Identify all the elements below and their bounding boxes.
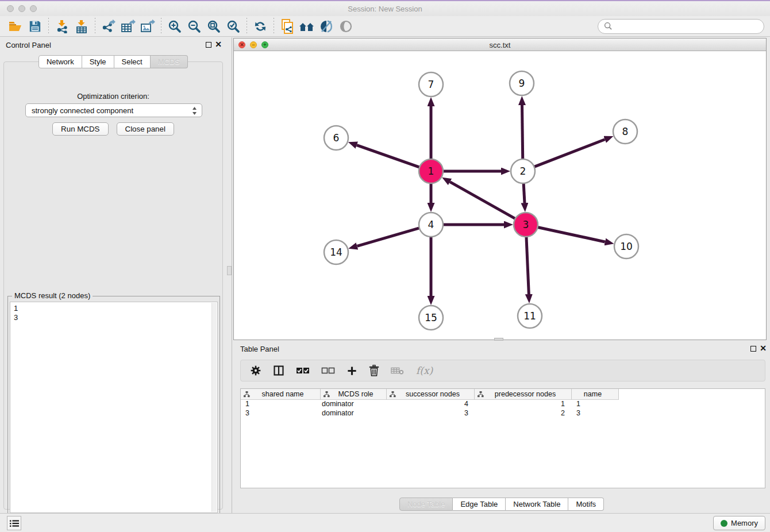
search-input[interactable]: [613, 22, 758, 30]
zoom-out-icon[interactable]: [184, 18, 204, 35]
tab-network[interactable]: Network: [38, 55, 82, 68]
table-panel-title: Table Panel: [240, 345, 279, 353]
mcds-result-item[interactable]: 3: [14, 313, 208, 322]
tab-style[interactable]: Style: [82, 55, 114, 68]
network-view-title: scc.txt: [234, 41, 766, 49]
column-header-successor-nodes[interactable]: successor nodes: [387, 389, 475, 400]
float-table-panel-icon[interactable]: [750, 346, 756, 352]
column-header-label: successor nodes: [396, 390, 474, 398]
control-panel: Control Panel ✕ NetworkStyleSelectMCDS O…: [0, 37, 226, 513]
toolbar-separator: [247, 18, 247, 35]
table-cell[interactable]: 3: [572, 409, 619, 418]
tab-select[interactable]: Select: [114, 55, 151, 68]
table-cell[interactable]: 1: [241, 400, 321, 409]
import-network-icon[interactable]: [52, 18, 72, 35]
graph-node-label: 3: [523, 219, 529, 230]
network-canvas[interactable]: 7968124314101511: [234, 51, 766, 340]
criterion-value: strongly connected component: [32, 106, 133, 115]
delete-column-icon[interactable]: [369, 365, 379, 376]
graph-node-label: 7: [428, 79, 434, 90]
zoom-in-icon[interactable]: [165, 18, 184, 35]
bird-eye-view-icon[interactable]: [336, 18, 356, 35]
table-mode-gear-icon[interactable]: [250, 365, 261, 376]
zoom-fit-icon[interactable]: [204, 18, 224, 35]
graph-edge-2-8[interactable]: [534, 140, 605, 167]
graph-edge-1-6[interactable]: [357, 145, 419, 167]
tab-mcds[interactable]: MCDS: [151, 55, 188, 68]
save-session-icon[interactable]: [25, 18, 45, 35]
close-panel-button[interactable]: Close panel: [117, 122, 174, 136]
graph-node-label: 1: [428, 165, 434, 177]
table-tab-network-table[interactable]: Network Table: [506, 498, 568, 511]
result-scrollbar[interactable]: [211, 303, 217, 512]
graph-edge-3-10[interactable]: [538, 227, 605, 241]
task-list-icon: [10, 519, 19, 527]
column-header-predecessor-nodes[interactable]: predecessor nodes: [475, 389, 572, 400]
table-row[interactable]: 3dominator323: [241, 409, 765, 418]
graph-edge-4-14[interactable]: [357, 228, 419, 246]
create-column-icon[interactable]: [346, 365, 357, 376]
export-image-icon[interactable]: [138, 18, 157, 35]
graph-edge-3-1[interactable]: [450, 182, 515, 219]
main-toolbar: [0, 16, 770, 37]
export-table-icon[interactable]: [118, 18, 138, 35]
search-field[interactable]: [598, 19, 764, 34]
import-table-icon[interactable]: [72, 18, 91, 35]
graph-node-label: 15: [425, 312, 437, 323]
canvas-resize-handle[interactable]: [494, 338, 503, 341]
splitter-handle[interactable]: [227, 266, 232, 275]
criterion-dropdown[interactable]: strongly connected component: [25, 103, 202, 117]
table-cell[interactable]: 3: [387, 409, 475, 418]
table-cell[interactable]: 2: [475, 409, 572, 418]
graph-edge-2-3[interactable]: [523, 183, 525, 203]
node-table[interactable]: shared nameMCDS rolesuccessor nodesprede…: [240, 388, 765, 488]
column-header-label: MCDS role: [330, 390, 386, 398]
panel-splitter[interactable]: [226, 37, 233, 513]
open-session-icon[interactable]: [6, 18, 25, 35]
column-header-MCDS-role[interactable]: MCDS role: [321, 389, 387, 400]
table-cell[interactable]: 1: [475, 400, 572, 409]
show-networks-icon[interactable]: [297, 18, 317, 35]
float-panel-icon[interactable]: [206, 42, 211, 48]
export-network-icon[interactable]: [99, 18, 118, 35]
deselect-all-icon[interactable]: [321, 367, 335, 375]
table-cell[interactable]: 3: [241, 409, 321, 418]
table-cell[interactable]: dominator: [321, 400, 387, 409]
apply-layout-icon[interactable]: [251, 18, 270, 35]
graph-edge-3-11[interactable]: [526, 237, 529, 294]
memory-button[interactable]: Memory: [713, 516, 765, 530]
column-header-shared-name[interactable]: shared name: [241, 389, 321, 400]
toolbar-separator: [95, 18, 95, 35]
show-hide-graphics-icon[interactable]: [317, 18, 336, 35]
search-icon: [604, 22, 613, 30]
graph-node-label: 4: [428, 219, 434, 230]
window-title: Session: New Session: [0, 5, 770, 13]
select-all-icon[interactable]: [296, 367, 310, 375]
mcds-result-legend: MCDS result (2 nodes): [12, 291, 93, 300]
graph-node-label: 2: [520, 165, 526, 177]
mcds-result-list[interactable]: 13: [10, 302, 218, 513]
table-row[interactable]: 1dominator411: [241, 400, 765, 409]
clone-network-icon[interactable]: [278, 18, 297, 35]
show-columns-icon[interactable]: [273, 365, 284, 376]
run-mcds-button[interactable]: Run MCDS: [52, 122, 108, 136]
graph-node-label: 11: [523, 310, 536, 322]
zoom-selected-icon[interactable]: [224, 18, 243, 35]
task-history-button[interactable]: [7, 516, 21, 530]
table-header-row: shared nameMCDS rolesuccessor nodesprede…: [241, 389, 765, 400]
column-type-icon: [390, 391, 396, 398]
column-header-name[interactable]: name: [572, 389, 619, 400]
graph-edge-2-9[interactable]: [522, 105, 522, 159]
column-header-label: shared name: [250, 390, 320, 398]
table-cell[interactable]: dominator: [321, 409, 387, 418]
memory-label: Memory: [731, 519, 758, 527]
mcds-result-item[interactable]: 1: [14, 304, 208, 313]
close-table-panel-icon[interactable]: ✕: [760, 344, 767, 352]
close-panel-icon[interactable]: ✕: [215, 40, 222, 48]
table-tab-edge-table[interactable]: Edge Table: [453, 498, 506, 511]
table-tab-node-table[interactable]: Node Table: [399, 498, 453, 511]
table-tab-motifs[interactable]: Motifs: [568, 498, 604, 511]
control-panel-tabs: NetworkStyleSelectMCDS: [0, 55, 226, 68]
table-cell[interactable]: 4: [387, 400, 475, 409]
table-cell[interactable]: 1: [572, 400, 619, 409]
